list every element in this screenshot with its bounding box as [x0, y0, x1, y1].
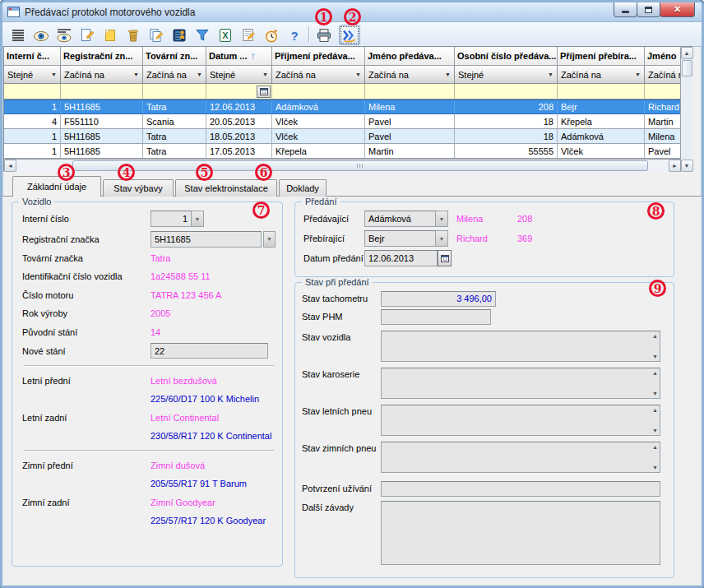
edit-record-button[interactable]: [100, 25, 121, 45]
prebirajici-value[interactable]: Bejr: [364, 230, 436, 247]
filter-operator-dropdown[interactable]: Začíná na▼: [61, 66, 143, 84]
scroll-down-icon[interactable]: ▼: [652, 391, 658, 396]
filter-input-cell[interactable]: [455, 84, 558, 100]
scroll-down-icon[interactable]: ▼: [652, 428, 658, 433]
history-button[interactable]: [261, 25, 282, 45]
letni-predni-typ: Letní bezdušová: [151, 376, 217, 386]
filter-button[interactable]: [192, 25, 213, 45]
filter-operator-dropdown[interactable]: Stejné▼: [4, 66, 61, 84]
batch-settings-button[interactable]: [169, 25, 190, 45]
user-list-icon: [171, 27, 188, 44]
datum-predani-value[interactable]: 12.06.2013: [364, 250, 438, 266]
stav-karoserie-textarea[interactable]: ▲▼: [381, 368, 660, 399]
column-header[interactable]: Tovární zn...: [143, 47, 206, 66]
stav-letnich-pneu-textarea[interactable]: ▲▼: [381, 405, 660, 436]
filter-operator-dropdown[interactable]: Začíná na▼: [272, 66, 365, 84]
column-header[interactable]: Příjmení předáva...: [272, 47, 365, 66]
predavajici-value[interactable]: Adámková: [364, 211, 436, 227]
grid-vertical-scrollbar[interactable]: ▲ ▼: [680, 47, 692, 172]
tab-doklady[interactable]: Doklady: [279, 179, 327, 197]
stav-vozidla-textarea[interactable]: ▲▼: [381, 331, 660, 362]
datum-predani-field[interactable]: 12.06.2013: [364, 250, 452, 266]
dropdown-icon[interactable]: ▼: [263, 231, 276, 248]
handover-wizard-button[interactable]: [339, 25, 360, 45]
prebirajici-combo[interactable]: Bejr ▼: [364, 230, 448, 247]
dropdown-icon[interactable]: ▼: [436, 211, 448, 227]
table-row[interactable]: 4F551110Scania20.05.2013VlčekPavel18Křep…: [4, 114, 681, 129]
scroll-down-icon[interactable]: ▼: [652, 354, 658, 359]
filter-operator-dropdown[interactable]: Začíná na▼: [143, 66, 206, 84]
nove-stani-field[interactable]: 22: [151, 343, 268, 359]
copy-record-button[interactable]: [146, 25, 167, 45]
interni-cislo-value[interactable]: 1: [151, 211, 192, 227]
filter-operator-dropdown[interactable]: Začíná na▼: [558, 66, 645, 84]
excel-export-button[interactable]: X: [215, 25, 236, 45]
filter-operator-dropdown[interactable]: Začíná na▼: [365, 66, 455, 84]
filter-input-cell[interactable]: [206, 84, 272, 100]
column-header[interactable]: Interní č...: [4, 47, 61, 66]
scroll-up-icon[interactable]: ▲: [652, 370, 658, 376]
dropdown-icon[interactable]: ▼: [436, 230, 448, 247]
calendar-button[interactable]: [438, 250, 452, 266]
registracni-znacka-combo[interactable]: 5H11685 ▼: [151, 231, 276, 248]
filter-input-cell[interactable]: [365, 84, 455, 100]
tab-zakladni-udaje[interactable]: Základní údaje: [12, 176, 101, 197]
stav-phm-field[interactable]: [381, 309, 491, 325]
scroll-down-icon[interactable]: ▼: [652, 465, 658, 470]
print-button[interactable]: [313, 25, 335, 45]
filter-operator-dropdown[interactable]: Stejné▼: [455, 66, 558, 84]
potvrzeni-uzivani-field[interactable]: [381, 481, 660, 497]
filter-input-cell[interactable]: [143, 84, 206, 100]
table-row[interactable]: 15H11685Tatra18.05.2013VlčekPavel18Adámk…: [4, 129, 681, 144]
preview-button[interactable]: [30, 25, 52, 45]
list-button[interactable]: [7, 25, 29, 45]
stav-zimnich-pneu-textarea[interactable]: ▲▼: [381, 442, 660, 473]
table-row[interactable]: 15H11685Tatra17.05.2013KřepelaMartin5555…: [4, 144, 681, 159]
grid-horizontal-scrollbar[interactable]: ◄ ►: [4, 159, 681, 172]
filter-operator-dropdown[interactable]: Stejné▼: [206, 66, 272, 84]
grid-cell: 55555: [455, 144, 558, 159]
vertical-scroll-thumb[interactable]: [682, 60, 692, 76]
filter-input-cell[interactable]: [645, 84, 681, 100]
vin-value: 1a24588 55 11: [151, 271, 211, 281]
scroll-right-button[interactable]: ►: [669, 160, 681, 172]
scroll-up-button[interactable]: ▲: [681, 47, 693, 59]
close-button[interactable]: ✕: [660, 2, 695, 17]
predavajici-combo[interactable]: Adámková ▼: [364, 211, 448, 227]
scroll-up-icon[interactable]: ▲: [652, 407, 658, 413]
column-header[interactable]: Registrační zn...: [61, 47, 143, 66]
filter-input-cell[interactable]: [4, 84, 61, 100]
scroll-up-icon[interactable]: ▲: [652, 444, 658, 450]
records-grid: Interní č...Registrační zn...Tovární zn.…: [3, 46, 692, 172]
stav-tachometru-field[interactable]: 3 496,00: [381, 291, 496, 307]
column-header[interactable]: Osobní číslo předáva...: [455, 47, 558, 66]
help-button[interactable]: ?: [284, 25, 305, 45]
horizontal-scroll-thumb[interactable]: [72, 160, 648, 171]
column-header[interactable]: Jméno předáva...: [365, 47, 455, 66]
tab-stav-elektroinstalace[interactable]: Stav elektroinstalace: [175, 179, 277, 197]
filter-input-cell[interactable]: [272, 84, 365, 100]
column-header[interactable]: Datum ...↑: [206, 47, 272, 66]
new-record-button[interactable]: [76, 25, 98, 45]
restore-button[interactable]: [637, 2, 660, 17]
scroll-left-button[interactable]: ◄: [4, 160, 16, 172]
notes-button[interactable]: [238, 25, 259, 45]
table-row[interactable]: 15H11685Tatra12.06.2013AdámkováMilena208…: [4, 100, 681, 114]
tab-stav-vybavy[interactable]: Stav výbavy: [103, 179, 174, 197]
scroll-up-icon[interactable]: ▲: [652, 333, 658, 339]
spin-down-icon[interactable]: ▼: [192, 211, 204, 227]
preview-columns-button[interactable]: [53, 25, 75, 45]
column-header[interactable]: Jméno: [645, 47, 681, 66]
filter-input-cell[interactable]: [558, 84, 645, 100]
annotation-6: 6: [255, 164, 272, 181]
calendar-button[interactable]: [257, 86, 271, 98]
delete-record-button[interactable]: [123, 25, 144, 45]
filter-input-cell[interactable]: [61, 84, 143, 100]
interni-cislo-spinner[interactable]: 1 ▼: [151, 211, 204, 227]
column-header[interactable]: Příjmení přebíra...: [558, 47, 645, 66]
dalsi-zavady-textarea[interactable]: [381, 501, 660, 565]
filter-operator-dropdown[interactable]: Začíná na▼: [645, 66, 681, 84]
scroll-down-button[interactable]: ▼: [681, 160, 693, 172]
minimize-button[interactable]: [614, 2, 637, 17]
registracni-znacka-value[interactable]: 5H11685: [151, 231, 262, 248]
